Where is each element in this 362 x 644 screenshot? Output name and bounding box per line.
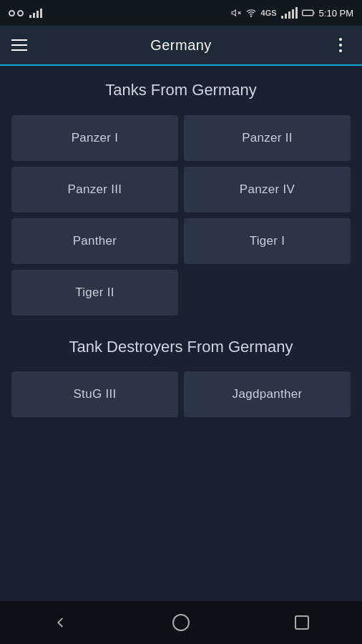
menu-button[interactable] — [11, 35, 31, 55]
svg-marker-0 — [232, 10, 235, 16]
panzer-iii-button[interactable]: Panzer III — [11, 167, 178, 213]
tanks-grid-row4: Tiger II — [11, 270, 351, 316]
destroyers-section: Tank Destroyers From Germany StuG III Ja… — [11, 337, 351, 418]
more-options-button[interactable] — [331, 35, 351, 55]
signal-bars-icon — [29, 9, 42, 18]
battery-icon — [302, 9, 315, 17]
svg-rect-4 — [302, 10, 313, 16]
status-bar-right: 4GS 5:10 PM — [231, 7, 353, 19]
bottom-nav — [0, 601, 362, 644]
jagdpanther-button[interactable]: Jagdpanther — [184, 371, 351, 417]
back-icon — [52, 615, 68, 630]
recents-icon — [295, 615, 309, 630]
app-bar: Germany — [0, 26, 362, 66]
tanks-grid-row2: Panzer III Panzer IV — [11, 167, 351, 213]
nav-home-button[interactable] — [167, 608, 195, 637]
panzer-iv-button[interactable]: Panzer IV — [184, 167, 351, 213]
stug-iii-button[interactable]: StuG III — [11, 371, 178, 417]
status-bar-left — [9, 9, 42, 18]
tanks-grid-row1: Panzer I Panzer II — [11, 115, 351, 161]
status-time: 5:10 PM — [319, 8, 353, 19]
destroyers-grid-row1: StuG III Jagdpanther — [11, 371, 351, 417]
tiger-ii-button[interactable]: Tiger II — [11, 270, 178, 316]
main-content: Tanks From Germany Panzer I Panzer II Pa… — [0, 66, 362, 601]
network-type: 4GS — [261, 9, 277, 17]
app-bar-title: Germany — [31, 37, 331, 54]
tanks-section-title: Tanks From Germany — [11, 80, 351, 101]
svg-point-3 — [250, 16, 251, 16]
notifications-icon — [9, 10, 24, 16]
status-bar: 4GS 5:10 PM — [0, 0, 362, 26]
panzer-ii-button[interactable]: Panzer II — [184, 115, 351, 161]
panzer-i-button[interactable]: Panzer I — [11, 115, 178, 161]
destroyers-section-title: Tank Destroyers From Germany — [11, 337, 351, 358]
panther-button[interactable]: Panther — [11, 218, 178, 264]
home-icon — [172, 614, 190, 631]
tiger-i-button[interactable]: Tiger I — [184, 218, 351, 264]
muted-icon — [231, 8, 241, 18]
nav-recents-button[interactable] — [288, 608, 316, 637]
tanks-grid-row3: Panther Tiger I — [11, 218, 351, 264]
tanks-section: Tanks From Germany Panzer I Panzer II Pa… — [11, 80, 351, 316]
nav-back-button[interactable] — [46, 608, 74, 637]
wifi-icon — [245, 8, 257, 18]
cell-signal-icon — [281, 7, 298, 19]
